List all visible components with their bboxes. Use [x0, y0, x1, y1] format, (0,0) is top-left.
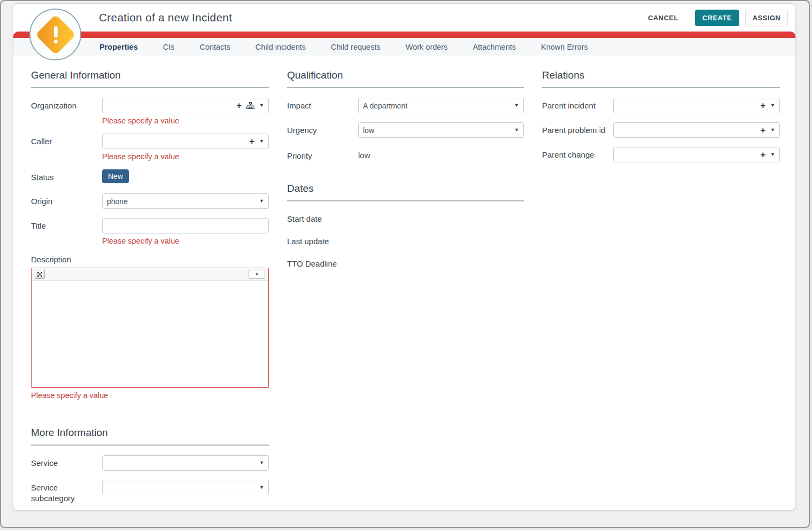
parent-problem-input[interactable]: [618, 123, 757, 137]
tab-contacts[interactable]: Contacts: [199, 43, 230, 51]
field-impact: Impact A department ▼: [287, 98, 524, 113]
tto-deadline-value: [337, 256, 524, 269]
caret-down-icon: ▼: [259, 485, 264, 490]
caret-down-icon[interactable]: ▼: [259, 139, 264, 144]
caret-down-icon[interactable]: ▼: [259, 103, 264, 108]
screen: Creation of a new Incident CANCEL CREATE…: [0, 0, 810, 528]
status-label: Status: [31, 169, 102, 183]
parent-problem-lookup[interactable]: + ▼: [613, 122, 780, 138]
caret-down-icon: ▼: [514, 128, 519, 132]
field-description: Description: [31, 255, 269, 401]
editor-toolbar: ▼: [32, 268, 268, 281]
caret-down-icon: ▼: [259, 199, 264, 204]
organization-error: Please specify a value: [102, 115, 269, 126]
column-qualification: Qualification Impact A department ▼ Urge…: [287, 56, 524, 511]
tab-properties[interactable]: Properties: [99, 43, 138, 51]
field-priority: Priority low: [287, 148, 524, 161]
parent-incident-label: Parent incident: [542, 98, 613, 113]
tab-cis[interactable]: CIs: [163, 43, 175, 51]
origin-select[interactable]: phone ▼: [102, 193, 269, 209]
field-caller: Caller + ▼ Please specify a value: [31, 134, 269, 162]
field-parent-change: Parent change + ▼: [542, 147, 780, 162]
parent-change-lookup[interactable]: + ▼: [613, 147, 780, 162]
impact-label: Impact: [287, 98, 358, 113]
service-select[interactable]: ▼: [102, 455, 269, 471]
description-input[interactable]: [32, 281, 268, 387]
field-last-update: Last update: [287, 233, 524, 247]
tab-known-errors[interactable]: Known Errors: [541, 43, 588, 51]
title-error: Please specify a value: [102, 236, 269, 246]
service-subcategory-select[interactable]: ▼: [102, 480, 269, 495]
section-title-qualification: Qualification: [287, 69, 524, 88]
impact-select[interactable]: A department ▼: [358, 98, 524, 113]
add-parent-incident-icon[interactable]: +: [760, 101, 765, 110]
page-title: Creation of a new Incident: [99, 11, 232, 24]
incident-creation-panel: Creation of a new Incident CANCEL CREATE…: [13, 3, 796, 511]
caret-down-icon: ▼: [255, 272, 259, 277]
caller-input[interactable]: [107, 134, 246, 149]
organization-label: Organization: [31, 98, 102, 126]
field-parent-problem: Parent problem id + ▼: [542, 122, 780, 138]
field-parent-incident: Parent incident + ▼: [542, 98, 780, 113]
field-service: Service ▼: [31, 455, 269, 471]
field-status: Status New: [31, 169, 269, 183]
tab-attachments[interactable]: Attachments: [473, 43, 516, 51]
urgency-select[interactable]: low ▼: [358, 122, 524, 138]
hierarchy-icon[interactable]: [246, 102, 254, 109]
organization-lookup[interactable]: + ▼: [102, 98, 269, 113]
warning-diamond-icon: [35, 14, 75, 54]
tab-child-incidents[interactable]: Child incidents: [256, 43, 306, 51]
title-input[interactable]: [107, 219, 264, 233]
caret-down-icon[interactable]: ▼: [770, 128, 775, 132]
service-subcategory-label: Service subcategory: [31, 480, 102, 504]
parent-incident-lookup[interactable]: + ▼: [613, 98, 780, 113]
parent-incident-input[interactable]: [618, 98, 757, 113]
column-general: General Information Organization +: [31, 56, 269, 511]
urgency-value: low: [363, 126, 374, 135]
tto-deadline-label: TTO Deadline: [287, 256, 337, 269]
parent-change-input[interactable]: [618, 147, 757, 162]
caller-lookup[interactable]: + ▼: [102, 134, 269, 149]
description-editor[interactable]: ▼: [31, 268, 269, 388]
priority-label: Priority: [287, 148, 358, 161]
service-label: Service: [31, 455, 102, 471]
add-parent-change-icon[interactable]: +: [760, 150, 765, 159]
section-title-general: General Information: [31, 69, 269, 88]
add-caller-icon[interactable]: +: [249, 137, 254, 146]
field-tto-deadline: TTO Deadline: [287, 256, 524, 269]
form-content: General Information Organization +: [13, 56, 795, 511]
caller-error: Please specify a value: [102, 151, 269, 162]
title-box[interactable]: [102, 218, 269, 233]
tab-work-orders[interactable]: Work orders: [406, 43, 448, 51]
section-title-more-info: More Information: [31, 427, 269, 446]
field-title: Title Please specify a value: [31, 218, 269, 246]
incident-badge: [29, 9, 81, 60]
status-badge: New: [102, 169, 129, 183]
assign-button[interactable]: ASSIGN: [745, 10, 788, 26]
maximize-icon[interactable]: [35, 270, 45, 279]
caret-down-icon: ▼: [514, 103, 519, 108]
field-start-date: Start date: [287, 211, 524, 224]
add-organization-icon[interactable]: +: [236, 101, 242, 110]
start-date-label: Start date: [287, 211, 322, 224]
incident-accent-bar: [13, 32, 795, 38]
parent-problem-label: Parent problem id: [542, 122, 613, 138]
cancel-button[interactable]: CANCEL: [641, 10, 685, 26]
caret-down-icon[interactable]: ▼: [770, 152, 775, 157]
section-title-relations: Relations: [542, 69, 780, 88]
tab-child-requests[interactable]: Child requests: [331, 43, 381, 51]
caret-down-icon[interactable]: ▼: [770, 103, 775, 108]
caret-down-icon: ▼: [259, 461, 264, 465]
last-update-value: [329, 233, 524, 247]
field-organization: Organization +: [31, 98, 269, 126]
last-update-label: Last update: [287, 233, 329, 247]
urgency-label: Urgency: [287, 122, 358, 138]
section-title-dates: Dates: [287, 183, 524, 201]
add-parent-problem-icon[interactable]: +: [760, 126, 765, 135]
create-button[interactable]: CREATE: [695, 10, 739, 26]
header-actions: CANCEL CREATE ASSIGN: [641, 10, 788, 26]
origin-value: phone: [107, 197, 128, 206]
organization-input[interactable]: [107, 98, 233, 113]
format-dropdown[interactable]: ▼: [249, 270, 265, 279]
field-service-subcategory: Service subcategory ▼: [31, 480, 269, 504]
